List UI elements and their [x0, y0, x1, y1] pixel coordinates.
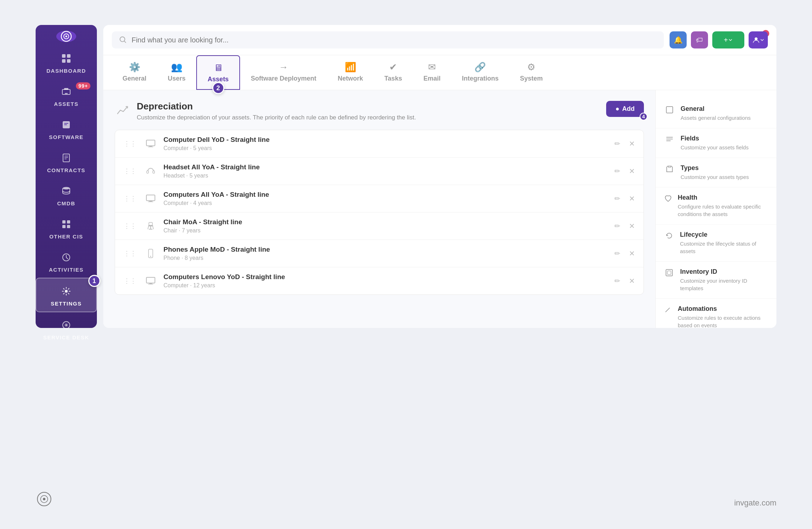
user-menu[interactable]: 1	[749, 31, 768, 48]
svg-point-17	[63, 187, 70, 190]
right-item-text: Automations Customize rules to execute a…	[678, 305, 768, 328]
svg-rect-16	[64, 159, 67, 159]
sidebar-item-label: CMDB	[57, 200, 76, 206]
delete-button[interactable]: ✕	[628, 248, 636, 259]
svg-rect-9	[65, 93, 68, 94]
tab-system[interactable]: ⚙ System	[509, 55, 553, 90]
right-item-title: Fields	[681, 135, 749, 142]
delete-button[interactable]: ✕	[628, 165, 636, 177]
edit-button[interactable]: ✏	[613, 248, 622, 259]
right-item-text: Inventory ID Customize your inventory ID…	[680, 268, 768, 292]
edit-button[interactable]: ✏	[613, 193, 622, 204]
svg-rect-5	[62, 59, 66, 63]
right-item-desc: Customize your assets fields	[681, 144, 749, 151]
drag-handle[interactable]: ⋮⋮	[122, 138, 138, 149]
tag-button[interactable]: 🏷	[691, 31, 708, 48]
email-tab-icon: ✉	[428, 62, 436, 73]
activities-icon	[58, 250, 74, 265]
tab-integrations[interactable]: 🔗 Integrations	[451, 55, 509, 90]
svg-rect-34	[146, 195, 155, 201]
drag-handle[interactable]: ⋮⋮	[122, 276, 138, 286]
svg-rect-52	[666, 269, 672, 276]
tab-email[interactable]: ✉ Email	[413, 55, 451, 90]
right-item-desc: Customize the lifecycle status of assets	[680, 240, 768, 255]
notification-button[interactable]: 🔔	[670, 31, 687, 48]
delete-button[interactable]: ✕	[628, 220, 636, 232]
svg-rect-4	[67, 54, 71, 58]
tab-network[interactable]: 📶 Network	[327, 55, 374, 90]
asset-row: ⋮⋮ Computers Lenovo YoD - Straight line …	[115, 267, 644, 294]
sidebar-item-assets[interactable]: 99+ ASSETS	[36, 79, 97, 112]
asset-info: Headset All YoA - Straight line Headset …	[163, 163, 607, 179]
depreciation-title-block: Depreciation Customize the depreciation …	[115, 101, 416, 121]
sidebar-item-dashboard[interactable]: DASHBOARD	[36, 46, 97, 79]
edit-button[interactable]: ✏	[613, 220, 622, 232]
sidebar-item-settings[interactable]: 1 SETTINGS	[36, 278, 97, 312]
right-item-text: Health Configure rules to evaluate speci…	[678, 194, 768, 218]
header-actions: 🔔 🏷 + 1	[670, 31, 768, 48]
sidebar-item-contracts[interactable]: CONTRACTS	[36, 145, 97, 178]
asset-name: Computers Lenovo YoD - Straight line	[163, 273, 607, 281]
drag-handle[interactable]: ⋮⋮	[122, 221, 138, 231]
drag-handle[interactable]: ⋮⋮	[122, 193, 138, 204]
right-item-automations[interactable]: Automations Customize rules to execute a…	[656, 299, 776, 328]
asset-row: ⋮⋮ Computer Dell YoD - Straight line Com…	[115, 130, 644, 158]
delete-button[interactable]: ✕	[628, 193, 636, 204]
edit-button[interactable]: ✏	[613, 275, 622, 287]
sidebar-item-activities[interactable]: AcTiviTIES	[36, 245, 97, 278]
plus-icon: ●	[615, 105, 619, 113]
search-box[interactable]	[112, 31, 664, 48]
search-input[interactable]	[131, 36, 657, 44]
delete-button[interactable]: ✕	[628, 138, 636, 149]
cmdb-icon	[58, 183, 74, 199]
edit-button[interactable]: ✏	[613, 165, 622, 177]
right-item-types[interactable]: Types Customize your assets types	[656, 158, 776, 188]
sidebar-item-label: SETTINGS	[51, 301, 82, 307]
svg-point-2	[66, 36, 67, 37]
other-cis-icon	[58, 216, 74, 232]
software-icon	[58, 117, 74, 133]
drag-handle[interactable]: ⋮⋮	[122, 166, 138, 176]
right-item-title: Health	[678, 194, 768, 201]
delete-button[interactable]: ✕	[628, 275, 636, 287]
add-button[interactable]: +	[712, 31, 744, 48]
main-panel: 🔔 🏷 + 1	[103, 25, 776, 328]
tab-software[interactable]: → Software Deployment	[240, 55, 327, 90]
right-item-health[interactable]: Health Configure rules to evaluate speci…	[656, 188, 776, 225]
inventory-id-icon	[664, 269, 675, 277]
avatar-button[interactable]	[749, 31, 768, 48]
asset-actions: ✏ ✕	[613, 248, 636, 259]
headset-icon	[144, 164, 158, 178]
system-tab-icon: ⚙	[527, 62, 535, 73]
right-item-general[interactable]: General Assets general configurations	[656, 99, 776, 128]
tab-assets[interactable]: 2 🖥 Assets	[196, 55, 240, 90]
depreciation-title: Depreciation	[137, 101, 416, 112]
step-badge-1: 1	[88, 275, 100, 287]
step-badge-2: 2	[212, 82, 224, 94]
content-area: Depreciation Customize the depreciation …	[103, 90, 776, 328]
tab-tasks[interactable]: ✔ Tasks	[374, 55, 413, 90]
asset-row: ⋮⋮ Headset All YoA - Straight line Heads…	[115, 158, 644, 185]
right-item-fields[interactable]: Fields Customize your assets fields	[656, 128, 776, 158]
right-item-lifecycle[interactable]: Lifecycle Customize the lifecycle status…	[656, 225, 776, 262]
drag-handle[interactable]: ⋮⋮	[122, 248, 138, 259]
svg-rect-6	[67, 59, 71, 63]
tab-general[interactable]: ⚙️ General	[112, 55, 157, 90]
dashboard-icon	[58, 51, 74, 66]
asset-row: ⋮⋮ Computers All YoA - Straight line Com…	[115, 185, 644, 212]
right-item-inventory-id[interactable]: Inventory ID Customize your inventory ID…	[656, 262, 776, 299]
tab-users[interactable]: 👥 Users	[157, 55, 196, 90]
integrations-tab-icon: 🔗	[474, 62, 486, 73]
sidebar-item-cmdb[interactable]: CMDB	[36, 178, 97, 211]
sidebar-item-label: CONTRACTS	[47, 167, 85, 173]
add-depreciation-button[interactable]: ● Add 4	[606, 101, 644, 117]
depreciation-subtitle: Customize the depreciation of your asset…	[137, 114, 416, 121]
sidebar-item-other-cis[interactable]: OTHER CIS	[36, 211, 97, 245]
fields-icon	[664, 135, 675, 143]
sidebar-item-software[interactable]: SOFTWARE	[36, 112, 97, 145]
sidebar-item-service-desk[interactable]: SERVICE DESK	[36, 312, 97, 345]
sidebar-item-label: SOFTWARE	[49, 134, 84, 140]
edit-button[interactable]: ✏	[613, 138, 622, 149]
computer-icon	[144, 274, 158, 288]
svg-rect-8	[64, 88, 68, 90]
